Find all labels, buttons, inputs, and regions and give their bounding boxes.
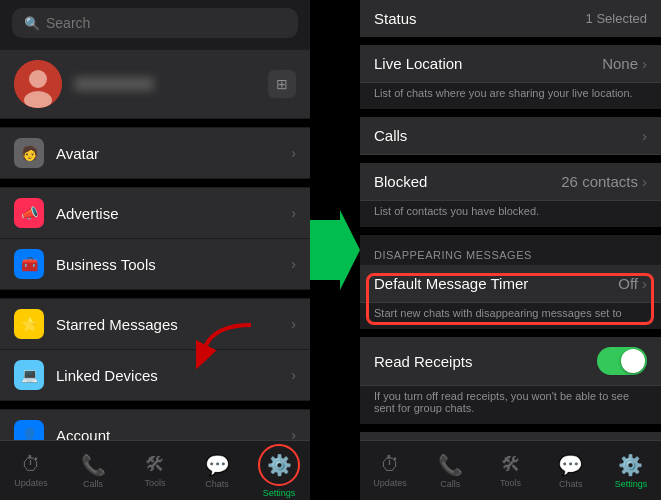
status-label: Status: [374, 10, 417, 27]
right-tab-updates[interactable]: ⏱ Updates: [360, 453, 420, 488]
chevron-icon: ›: [291, 145, 296, 161]
right-divider-3: [360, 155, 661, 163]
updates-icon: ⏱: [21, 453, 41, 476]
right-tools-icon: 🛠: [501, 453, 521, 476]
menu-item-business-tools[interactable]: 🧰 Business Tools ›: [0, 239, 310, 289]
right-tab-calls[interactable]: 📞 Calls: [420, 453, 480, 489]
right-tab-settings[interactable]: ⚙️ Settings: [601, 453, 661, 489]
divider-2: [0, 179, 310, 187]
menu-item-starred[interactable]: ⭐ Starred Messages ›: [0, 299, 310, 349]
default-timer-value: Off ›: [618, 275, 647, 292]
left-tab-bar: ⏱ Updates 📞 Calls 🛠 Tools 💬 Chats ⚙️ Set…: [0, 440, 310, 500]
right-tab-chats[interactable]: 💬 Chats: [541, 453, 601, 489]
tab-updates[interactable]: ⏱ Updates: [0, 453, 62, 488]
live-location-label: Live Location: [374, 55, 462, 72]
settings-icon: ⚙️: [267, 453, 292, 477]
tab-label-calls: Calls: [83, 479, 103, 489]
right-content: Status 1 Selected Live Location None › L…: [360, 0, 661, 500]
direction-arrow: [310, 0, 360, 500]
tab-label-chats: Chats: [205, 479, 229, 489]
tab-tools[interactable]: 🛠 Tools: [124, 453, 186, 488]
search-bar[interactable]: 🔍: [12, 8, 298, 38]
right-chats-icon: 💬: [558, 453, 583, 477]
right-tab-label-settings: Settings: [615, 479, 648, 489]
menu-label-linked: Linked Devices: [56, 367, 291, 384]
avatar: [14, 60, 62, 108]
chevron-icon: ›: [291, 367, 296, 383]
svg-marker-4: [310, 210, 360, 290]
blocked-label: Blocked: [374, 173, 427, 190]
menu-label-starred: Starred Messages: [56, 316, 291, 333]
disappearing-header: DISAPPEARING MESSAGES: [360, 235, 661, 265]
menu-item-avatar[interactable]: 🧑 Avatar ›: [0, 128, 310, 178]
chevron-right-icon: ›: [642, 127, 647, 144]
search-input[interactable]: [46, 15, 286, 31]
green-arrow-svg: [310, 210, 360, 290]
qr-icon: ⊞: [268, 70, 296, 98]
linked-icon: 💻: [14, 360, 44, 390]
business-tools-icon: 🧰: [14, 249, 44, 279]
right-tab-label-calls: Calls: [440, 479, 460, 489]
menu-label-advertise: Advertise: [56, 205, 291, 222]
avatar-icon: 🧑: [14, 138, 44, 168]
blocked-sub: List of contacts you have blocked.: [360, 201, 661, 227]
read-receipts-item[interactable]: Read Receipts: [360, 337, 661, 386]
divider-4: [0, 401, 310, 409]
right-tab-label-tools: Tools: [500, 478, 521, 488]
chevron-icon: ›: [291, 256, 296, 272]
calls-icon: 📞: [81, 453, 106, 477]
read-receipts-toggle[interactable]: [597, 347, 647, 375]
profile-item[interactable]: ⊞: [0, 50, 310, 118]
search-icon: 🔍: [24, 16, 40, 31]
read-receipts-sub: If you turn off read receipts, you won't…: [360, 386, 661, 424]
tab-calls[interactable]: 📞 Calls: [62, 453, 124, 489]
left-panel: 🔍 ⊞ 🧑 Avatar ›: [0, 0, 310, 500]
default-timer-item[interactable]: Default Message Timer Off ›: [360, 265, 661, 303]
right-calls-icon: 📞: [438, 453, 463, 477]
default-timer-sub: Start new chats with disappearing messag…: [360, 303, 661, 329]
settings-circle: ⚙️: [258, 444, 300, 486]
status-row[interactable]: Status 1 Selected: [360, 0, 661, 37]
menu-label-avatar: Avatar: [56, 145, 291, 162]
tools-icon: 🛠: [145, 453, 165, 476]
tab-label-updates: Updates: [14, 478, 48, 488]
right-settings-icon: ⚙️: [618, 453, 643, 477]
advertise-icon: 📣: [14, 198, 44, 228]
chevron-right-icon: ›: [642, 275, 647, 292]
profile-name: [74, 77, 154, 91]
menu-item-advertise[interactable]: 📣 Advertise ›: [0, 188, 310, 238]
calls-chevron: ›: [642, 127, 647, 144]
right-divider-6: [360, 424, 661, 432]
chevron-icon: ›: [291, 205, 296, 221]
status-value: 1 Selected: [586, 11, 647, 26]
right-divider-2: [360, 109, 661, 117]
tab-label-settings: Settings: [263, 488, 296, 498]
menu-label-business-tools: Business Tools: [56, 256, 291, 273]
menu-section: ⊞ 🧑 Avatar › 📣 Advertise › 🧰 Business To…: [0, 46, 310, 500]
live-location-value: None ›: [602, 55, 647, 72]
right-divider-1: [360, 37, 661, 45]
blocked-value: 26 contacts ›: [561, 173, 647, 190]
right-tab-label-updates: Updates: [373, 478, 407, 488]
calls-label: Calls: [374, 127, 407, 144]
read-receipts-label: Read Receipts: [374, 353, 472, 370]
chevron-right-icon: ›: [642, 55, 647, 72]
default-timer-label: Default Message Timer: [374, 275, 528, 292]
tab-settings[interactable]: ⚙️ Settings: [248, 444, 310, 498]
tab-chats[interactable]: 💬 Chats: [186, 453, 248, 489]
right-panel: Status 1 Selected Live Location None › L…: [360, 0, 661, 500]
blocked-item[interactable]: Blocked 26 contacts ›: [360, 163, 661, 201]
starred-icon: ⭐: [14, 309, 44, 339]
menu-item-linked[interactable]: 💻 Linked Devices ›: [0, 350, 310, 400]
chevron-icon: ›: [291, 316, 296, 332]
svg-point-1: [29, 70, 47, 88]
right-updates-icon: ⏱: [380, 453, 400, 476]
right-tab-tools[interactable]: 🛠 Tools: [480, 453, 540, 488]
right-tab-label-chats: Chats: [559, 479, 583, 489]
live-location-item[interactable]: Live Location None ›: [360, 45, 661, 83]
divider-3: [0, 290, 310, 298]
divider-1: [0, 119, 310, 127]
chevron-right-icon: ›: [642, 173, 647, 190]
calls-item[interactable]: Calls ›: [360, 117, 661, 155]
chats-tab-icon: 💬: [205, 453, 230, 477]
